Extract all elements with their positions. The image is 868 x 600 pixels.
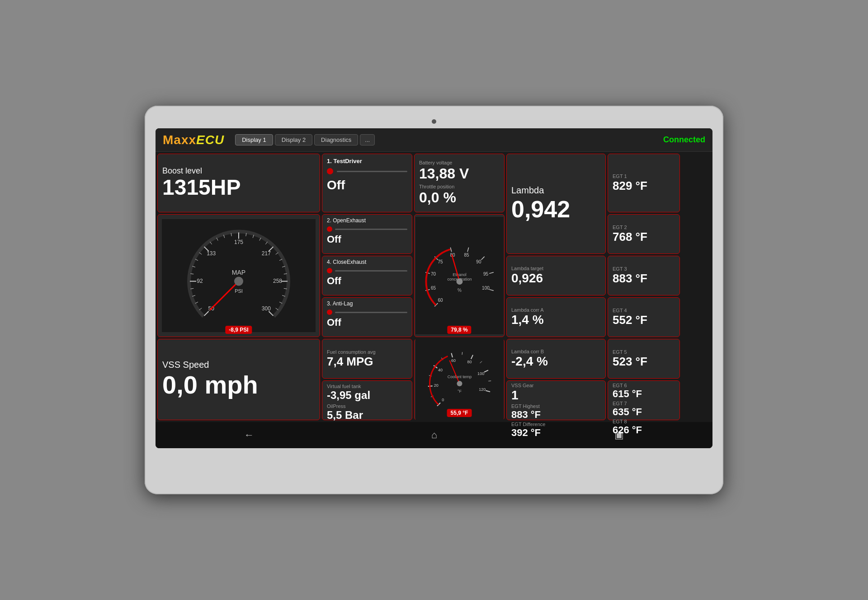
header: MaxxECU Display 1 Display 2 Diagnostics … (156, 128, 712, 152)
exhaust-close-slider[interactable] (335, 270, 407, 272)
tab-display2[interactable]: Display 2 (275, 134, 312, 145)
ethanol-gauge-canvas (415, 217, 504, 334)
ethanol-gauge-cell: 79,8 % (414, 214, 505, 337)
lambda-corr-a-cell: Lambda corr A 1,4 % (506, 297, 606, 337)
vss-speed-cell: VSS Speed 0,0 mph (157, 339, 320, 420)
battery-value: 13,88 V (419, 165, 500, 182)
tab-diagnostics[interactable]: Diagnostics (314, 134, 358, 145)
oil-press-value: 5,5 Bar (327, 409, 407, 422)
lambda-corr-a-label: Lambda corr A (511, 307, 601, 313)
egt8-label: EGT 8 (613, 419, 675, 424)
lambda-target-label: Lambda target (511, 266, 601, 271)
egt7-value: 635 °F (613, 406, 675, 418)
back-button[interactable]: ← (233, 427, 265, 443)
exhaust-close-dot (327, 268, 332, 273)
vss-gear-value: 1 (511, 388, 601, 403)
main-content: Boost level 1315HP 1. TestDriver Off Bat… (156, 152, 712, 422)
virtual-fuel-label: Virtual fuel tank (327, 384, 407, 389)
vss-value: 0,0 mph (162, 370, 315, 399)
logo-ecu: ECU (196, 133, 224, 147)
lambda-value: 0,942 (511, 196, 601, 223)
close-exhaust-label: 4. CloseExhaust (327, 259, 407, 265)
virtual-fuel-cell: Virtual fuel tank -3,95 gal OilPress 5,5… (322, 380, 412, 420)
egt8-value: 626 °F (613, 424, 675, 436)
egt5-value: 523 °F (613, 355, 675, 369)
vss-gear-cell: VSS Gear 1 EGT Highest 883 °F EGT Differ… (506, 380, 606, 420)
ethanol-badge: 79,8 % (447, 326, 471, 334)
open-exhaust-label: 2. OpenExhaust (327, 217, 407, 224)
camera (432, 119, 436, 124)
tab-display1[interactable]: Display 1 (235, 134, 273, 145)
tablet-frame: MaxxECU Display 1 Display 2 Diagnostics … (145, 106, 723, 494)
close-exhaust-state: Off (327, 275, 407, 287)
egt6-label: EGT 6 (613, 383, 675, 388)
anti-lag-state: Off (327, 317, 407, 328)
egt-diff-label: EGT Difference (511, 422, 601, 427)
battery-cell: Battery voltage 13,88 V Throttle positio… (414, 154, 505, 212)
egt4-cell: EGT 4 552 °F (608, 297, 680, 337)
egt1-value: 829 °F (613, 179, 675, 193)
boost-value: 1315HP (162, 176, 315, 200)
coolant-badge: 55,9 °F (447, 409, 472, 417)
fuel-consumption-cell: Fuel consumption avg 7,4 MPG (322, 339, 412, 379)
egt2-label: EGT 2 (613, 225, 675, 230)
anti-lag-cell: 3. Anti-Lag Off (322, 297, 412, 337)
driver-cell: 1. TestDriver Off (322, 154, 412, 212)
egt4-value: 552 °F (613, 313, 675, 327)
vss-label: VSS Speed (162, 360, 315, 370)
egt-diff-value: 392 °F (511, 427, 601, 439)
egt2-value: 768 °F (613, 230, 675, 244)
egt1-cell: EGT 1 829 °F (608, 154, 680, 212)
battery-label: Battery voltage (419, 160, 500, 165)
anti-lag-label: 3. Anti-Lag (327, 300, 407, 307)
virtual-fuel-value: -3,95 gal (327, 389, 407, 402)
egt-highest-value: 883 °F (511, 409, 601, 421)
lambda-target-cell: Lambda target 0,926 (506, 256, 606, 295)
anti-lag-slider[interactable] (335, 312, 407, 313)
exhaust-open-dot (327, 226, 332, 232)
logo-maxx: Maxx (163, 133, 196, 147)
map-gauge-cell: -8,9 PSI (157, 214, 320, 337)
open-exhaust-cell: 2. OpenExhaust Off (322, 214, 412, 254)
open-exhaust-state: Off (327, 234, 407, 245)
coolant-gauge-cell: 55,9 °F (414, 339, 505, 420)
connection-status: Connected (663, 135, 705, 145)
egt4-label: EGT 4 (613, 308, 675, 313)
map-psi-badge: -8,9 PSI (225, 326, 252, 334)
app-logo: MaxxECU (163, 133, 224, 147)
driver-label: 1. TestDriver (327, 158, 407, 164)
throttle-value: 0,0 % (419, 189, 500, 206)
boost-cell: Boost level 1315HP (157, 154, 320, 212)
egt3-label: EGT 3 (613, 266, 675, 272)
oil-press-label: OilPress (327, 403, 407, 409)
tab-bar: Display 1 Display 2 Diagnostics ... (235, 134, 663, 145)
driver-state: Off (327, 178, 407, 192)
egt2-cell: EGT 2 768 °F (608, 214, 680, 254)
fuel-consumption-label: Fuel consumption avg (327, 349, 407, 355)
close-exhaust-cell: 4. CloseExhaust Off (322, 256, 412, 295)
lambda-corr-b-label: Lambda corr B (511, 349, 601, 354)
egt-highest-label: EGT Highest (511, 403, 601, 409)
driver-slider[interactable] (337, 171, 407, 172)
exhaust-open-slider[interactable] (335, 229, 407, 230)
throttle-label: Throttle position (419, 184, 500, 189)
egt5-label: EGT 5 (613, 349, 675, 355)
home-button[interactable]: ⌂ (420, 427, 448, 443)
coolant-gauge-canvas (415, 339, 504, 420)
vss-gear-label: VSS Gear (511, 383, 601, 388)
egt1-label: EGT 1 (613, 173, 675, 179)
egt3-value: 883 °F (613, 272, 675, 286)
egt6-cell: EGT 6 615 °F EGT 7 635 °F EGT 8 626 °F (608, 380, 680, 420)
anti-lag-dot (327, 309, 332, 315)
screen: MaxxECU Display 1 Display 2 Diagnostics … (156, 128, 712, 448)
egt7-label: EGT 7 (613, 401, 675, 406)
driver-dot (327, 168, 333, 174)
egt3-cell: EGT 3 883 °F (608, 256, 680, 295)
boost-label: Boost level (162, 166, 315, 176)
fuel-consumption-value: 7,4 MPG (327, 355, 407, 369)
lambda-cell: Lambda 0,942 (506, 154, 606, 254)
egt6-value: 615 °F (613, 388, 675, 400)
tab-more[interactable]: ... (360, 134, 375, 145)
lambda-corr-b-cell: Lambda corr B -2,4 % (506, 339, 606, 379)
egt5-cell: EGT 5 523 °F (608, 339, 680, 379)
